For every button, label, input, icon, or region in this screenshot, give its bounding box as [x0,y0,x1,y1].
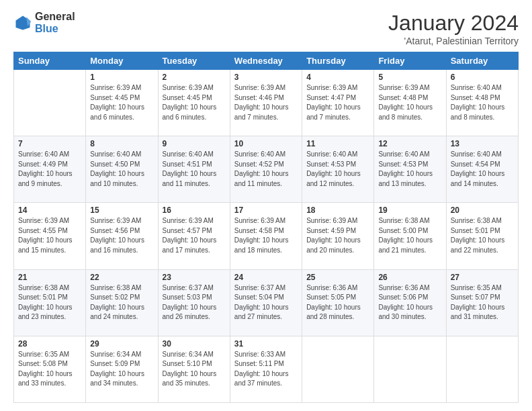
cell-0-3: 3 Sunrise: 6:39 AMSunset: 4:46 PMDayligh… [230,70,302,136]
cell-1-4: 11 Sunrise: 6:40 AMSunset: 4:53 PMDaylig… [302,136,374,203]
day-info: Sunrise: 6:40 AMSunset: 4:53 PMDaylight:… [378,150,441,189]
day-info: Sunrise: 6:39 AMSunset: 4:57 PMDaylight:… [163,216,226,255]
day-info: Sunrise: 6:39 AMSunset: 4:45 PMDaylight:… [90,83,153,122]
day-info: Sunrise: 6:34 AMSunset: 5:09 PMDaylight:… [90,350,153,389]
col-sunday: Sunday [14,52,86,70]
week-row-0: 1 Sunrise: 6:39 AMSunset: 4:45 PMDayligh… [14,70,519,136]
cell-3-1: 22 Sunrise: 6:38 AMSunset: 5:02 PMDaylig… [86,269,158,336]
cell-1-5: 12 Sunrise: 6:40 AMSunset: 4:53 PMDaylig… [374,136,446,203]
day-number: 18 [306,205,369,215]
logo-icon [13,13,32,32]
day-info: Sunrise: 6:40 AMSunset: 4:52 PMDaylight:… [234,150,298,189]
cell-0-2: 2 Sunrise: 6:39 AMSunset: 4:45 PMDayligh… [158,70,230,136]
day-number: 21 [18,273,81,282]
cell-4-6 [446,336,518,402]
cell-3-6: 27 Sunrise: 6:35 AMSunset: 5:07 PMDaylig… [446,269,518,336]
day-info: Sunrise: 6:39 AMSunset: 4:46 PMDaylight:… [234,83,298,122]
page: General Blue January 2024 'Atarut, Pales… [0,0,532,411]
cell-3-3: 24 Sunrise: 6:37 AMSunset: 5:04 PMDaylig… [230,269,302,336]
day-info: Sunrise: 6:39 AMSunset: 4:59 PMDaylight:… [306,216,369,255]
week-row-1: 7 Sunrise: 6:40 AMSunset: 4:49 PMDayligh… [14,136,519,203]
day-info: Sunrise: 6:37 AMSunset: 5:04 PMDaylight:… [234,283,298,322]
day-info: Sunrise: 6:34 AMSunset: 5:10 PMDaylight:… [163,350,226,389]
cell-1-3: 10 Sunrise: 6:40 AMSunset: 4:52 PMDaylig… [230,136,302,203]
cell-3-5: 26 Sunrise: 6:36 AMSunset: 5:06 PMDaylig… [374,269,446,336]
day-number: 14 [18,205,81,215]
day-info: Sunrise: 6:38 AMSunset: 5:02 PMDaylight:… [90,283,153,322]
cell-4-1: 29 Sunrise: 6:34 AMSunset: 5:09 PMDaylig… [86,336,158,402]
logo-blue-text: Blue [35,23,75,35]
day-number: 26 [378,273,441,282]
cell-4-0: 28 Sunrise: 6:35 AMSunset: 5:08 PMDaylig… [14,336,86,402]
day-number: 4 [306,73,369,82]
cell-4-4 [302,336,374,402]
day-number: 11 [306,139,369,148]
cell-2-6: 20 Sunrise: 6:38 AMSunset: 5:01 PMDaylig… [446,203,518,269]
day-info: Sunrise: 6:36 AMSunset: 5:06 PMDaylight:… [378,283,441,322]
day-info: Sunrise: 6:40 AMSunset: 4:48 PMDaylight:… [451,83,514,122]
cell-3-0: 21 Sunrise: 6:38 AMSunset: 5:01 PMDaylig… [14,269,86,336]
day-number: 5 [378,73,441,82]
day-info: Sunrise: 6:39 AMSunset: 4:56 PMDaylight:… [90,216,153,255]
day-number: 3 [234,73,298,82]
day-info: Sunrise: 6:35 AMSunset: 5:08 PMDaylight:… [18,350,81,389]
col-wednesday: Wednesday [230,52,302,70]
cell-1-1: 8 Sunrise: 6:40 AMSunset: 4:50 PMDayligh… [86,136,158,203]
day-info: Sunrise: 6:38 AMSunset: 5:01 PMDaylight:… [18,283,81,322]
cell-4-2: 30 Sunrise: 6:34 AMSunset: 5:10 PMDaylig… [158,336,230,402]
calendar-subtitle: 'Atarut, Palestinian Territory [388,36,519,46]
day-info: Sunrise: 6:37 AMSunset: 5:03 PMDaylight:… [163,283,226,322]
cell-2-2: 16 Sunrise: 6:39 AMSunset: 4:57 PMDaylig… [158,203,230,269]
day-info: Sunrise: 6:40 AMSunset: 4:51 PMDaylight:… [163,150,226,189]
day-number: 9 [163,139,226,148]
week-row-4: 28 Sunrise: 6:35 AMSunset: 5:08 PMDaylig… [14,336,519,402]
week-row-2: 14 Sunrise: 6:39 AMSunset: 4:55 PMDaylig… [14,203,519,269]
day-number: 7 [18,139,81,148]
day-info: Sunrise: 6:40 AMSunset: 4:49 PMDaylight:… [18,150,81,189]
day-number: 8 [90,139,153,148]
day-number: 19 [378,205,441,215]
cell-3-2: 23 Sunrise: 6:37 AMSunset: 5:03 PMDaylig… [158,269,230,336]
day-info: Sunrise: 6:40 AMSunset: 4:50 PMDaylight:… [90,150,153,189]
col-saturday: Saturday [446,52,518,70]
day-info: Sunrise: 6:36 AMSunset: 5:05 PMDaylight:… [306,283,369,322]
day-number: 31 [234,339,298,349]
header-row: Sunday Monday Tuesday Wednesday Thursday… [14,52,519,70]
day-number: 17 [234,205,298,215]
logo-text: General Blue [35,11,75,34]
cell-3-4: 25 Sunrise: 6:36 AMSunset: 5:05 PMDaylig… [302,269,374,336]
day-info: Sunrise: 6:39 AMSunset: 4:47 PMDaylight:… [306,83,369,122]
day-number: 13 [451,139,514,148]
cell-0-6: 6 Sunrise: 6:40 AMSunset: 4:48 PMDayligh… [446,70,518,136]
day-info: Sunrise: 6:39 AMSunset: 4:48 PMDaylight:… [378,83,441,122]
day-number: 2 [163,73,226,82]
day-number: 29 [90,339,153,349]
col-friday: Friday [374,52,446,70]
calendar-table: Sunday Monday Tuesday Wednesday Thursday… [13,52,519,403]
week-row-3: 21 Sunrise: 6:38 AMSunset: 5:01 PMDaylig… [14,269,519,336]
day-number: 25 [306,273,369,282]
day-info: Sunrise: 6:40 AMSunset: 4:54 PMDaylight:… [451,150,514,189]
day-info: Sunrise: 6:39 AMSunset: 4:45 PMDaylight:… [163,83,226,122]
cell-4-5 [374,336,446,402]
day-info: Sunrise: 6:38 AMSunset: 5:00 PMDaylight:… [378,216,441,255]
day-info: Sunrise: 6:39 AMSunset: 4:55 PMDaylight:… [18,216,81,255]
cell-0-0 [14,70,86,136]
cell-1-0: 7 Sunrise: 6:40 AMSunset: 4:49 PMDayligh… [14,136,86,203]
day-number: 24 [234,273,298,282]
day-number: 6 [451,73,514,82]
header: General Blue January 2024 'Atarut, Pales… [13,11,519,46]
cell-0-4: 4 Sunrise: 6:39 AMSunset: 4:47 PMDayligh… [302,70,374,136]
day-info: Sunrise: 6:40 AMSunset: 4:53 PMDaylight:… [306,150,369,189]
cell-2-1: 15 Sunrise: 6:39 AMSunset: 4:56 PMDaylig… [86,203,158,269]
day-number: 28 [18,339,81,349]
day-number: 10 [234,139,298,148]
cell-2-4: 18 Sunrise: 6:39 AMSunset: 4:59 PMDaylig… [302,203,374,269]
title-block: January 2024 'Atarut, Palestinian Territ… [388,11,519,46]
day-number: 15 [90,205,153,215]
cell-1-2: 9 Sunrise: 6:40 AMSunset: 4:51 PMDayligh… [158,136,230,203]
day-number: 16 [163,205,226,215]
col-tuesday: Tuesday [158,52,230,70]
day-number: 30 [163,339,226,349]
day-info: Sunrise: 6:33 AMSunset: 5:11 PMDaylight:… [234,350,298,389]
